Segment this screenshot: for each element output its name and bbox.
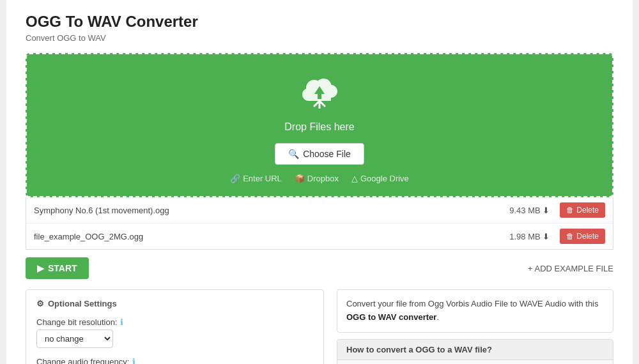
upload-icon: [40, 73, 599, 116]
google-drive-link[interactable]: △ Google Drive: [351, 174, 409, 183]
start-button[interactable]: ▶ START: [26, 257, 89, 279]
info-icon: ℹ: [132, 357, 135, 364]
gear-icon: ⚙: [36, 299, 44, 308]
info-icon: ℹ: [120, 317, 123, 327]
table-row: Symphony No.6 (1st movement).ogg 9.43 MB…: [26, 197, 613, 224]
file-size: 1.98 MB ⬇: [483, 232, 560, 241]
page-subtitle: Convert OGG to WAV: [26, 33, 613, 43]
file-list: Symphony No.6 (1st movement).ogg 9.43 MB…: [26, 197, 613, 250]
how-to-box: How to convert a OGG to a WAV file? 1. C…: [337, 339, 613, 364]
choose-file-button[interactable]: 🔍 Choose File: [275, 143, 364, 165]
link-icon: 🔗: [230, 174, 240, 183]
dropbox-link[interactable]: 📦 Dropbox: [295, 174, 339, 183]
settings-title: ⚙ Optional Settings: [36, 299, 313, 308]
how-to-title: How to convert a OGG to a WAV file?: [337, 340, 613, 360]
bit-resolution-label: Change bit resolution: ℹ: [36, 317, 313, 327]
how-to-content: 1. Choose the OGG file you want to conve…: [337, 360, 613, 364]
audio-frequency-field: Change audio frequency: ℹ no change 8000…: [36, 357, 313, 364]
google-drive-icon: △: [351, 174, 358, 183]
trash-icon: 🗑: [566, 232, 574, 241]
drop-zone[interactable]: Drop Files here 🔍 Choose File 🔗 Enter UR…: [26, 53, 613, 197]
info-description-box: Convert your file from Ogg Vorbis Audio …: [337, 289, 613, 333]
settings-panel: ⚙ Optional Settings Change bit resolutio…: [26, 289, 324, 364]
file-size: 9.43 MB ⬇: [483, 206, 560, 215]
drop-text: Drop Files here: [40, 121, 599, 133]
file-name: file_example_OOG_2MG.ogg: [34, 232, 483, 241]
choose-file-label: Choose File: [303, 149, 351, 159]
dropbox-icon: 📦: [295, 174, 305, 183]
page-title: OGG To WAV Converter: [26, 13, 613, 31]
trash-icon: 🗑: [566, 206, 574, 215]
audio-frequency-label: Change audio frequency: ℹ: [36, 357, 313, 364]
search-icon: 🔍: [288, 149, 299, 159]
table-row: file_example_OOG_2MG.ogg 1.98 MB ⬇ 🗑 Del…: [26, 224, 613, 249]
svg-rect-1: [318, 93, 321, 99]
add-example-link[interactable]: + ADD EXAMPLE FILE: [528, 264, 613, 273]
bottom-section: ⚙ Optional Settings Change bit resolutio…: [26, 289, 613, 364]
info-panel: Convert your file from Ogg Vorbis Audio …: [337, 289, 613, 364]
delete-button[interactable]: 🗑 Delete: [560, 202, 605, 218]
bit-resolution-field: Change bit resolution: ℹ no change 8 bit…: [36, 317, 313, 348]
action-bar: ▶ START + ADD EXAMPLE FILE: [26, 257, 613, 279]
file-name: Symphony No.6 (1st movement).ogg: [34, 206, 483, 215]
delete-button[interactable]: 🗑 Delete: [560, 229, 605, 244]
enter-url-link[interactable]: 🔗 Enter URL: [230, 174, 282, 183]
bit-resolution-select[interactable]: no change 8 bit 16 bit 24 bit 32 bit: [36, 330, 113, 348]
play-icon: ▶: [37, 263, 44, 273]
